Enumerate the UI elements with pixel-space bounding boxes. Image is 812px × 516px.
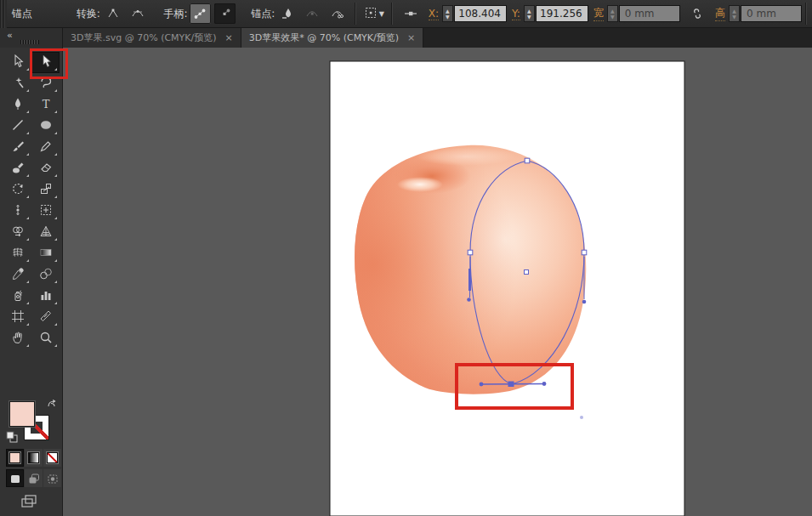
tools-panel-header[interactable]: « <box>0 28 63 48</box>
hide-handles-button[interactable] <box>214 3 236 24</box>
chevron-down-icon: ▼ <box>379 10 384 18</box>
artboard-tool[interactable] <box>3 307 31 328</box>
scale-tool[interactable] <box>31 179 60 201</box>
hand-icon <box>11 331 25 348</box>
control-bar: 锚点 转换: 手柄: 锚点: ▼ X: ▲▼ 108.404 Y: ▲▼ 191… <box>0 0 812 28</box>
y-field: Y: ▲▼ 191.256 <box>512 5 588 22</box>
width-field: 宽 ▲▼ 0 mm <box>593 5 680 22</box>
blend-icon <box>39 267 53 284</box>
free-transform-icon <box>39 203 53 220</box>
tab-label: 3D苹果效果* @ 70% (CMYK/预览) <box>249 31 399 44</box>
anchor-group-label: 锚点: <box>251 7 275 21</box>
separator <box>805 3 807 25</box>
draw-behind-button[interactable] <box>25 469 43 487</box>
selection-tool[interactable] <box>3 52 31 73</box>
symbol-sprayer-tool[interactable] <box>3 286 31 307</box>
blend-tool[interactable] <box>31 264 60 286</box>
eraser-icon <box>39 161 53 178</box>
y-label[interactable]: Y: <box>512 8 520 20</box>
draw-inside-button[interactable] <box>43 469 61 487</box>
column-graph-icon <box>39 288 53 305</box>
shape-builder-icon <box>11 224 25 241</box>
symbol-sprayer-icon <box>11 288 25 305</box>
none-button[interactable] <box>43 449 61 467</box>
screen-mode-button[interactable] <box>20 493 37 512</box>
x-stepper[interactable]: ▲▼ <box>442 5 453 22</box>
panel-grip-dots <box>20 40 39 44</box>
line-segment-tool[interactable] <box>3 116 31 137</box>
select-similar-dropdown[interactable]: ▼ <box>363 3 384 24</box>
shape-builder-tool[interactable] <box>3 222 31 243</box>
link-chain-icon[interactable] <box>687 3 708 24</box>
selection-arrow-icon <box>11 54 25 71</box>
y-input[interactable]: 191.256 <box>536 5 588 22</box>
convert-group-label: 转换: <box>77 7 100 21</box>
rotate-icon <box>11 182 25 199</box>
close-icon[interactable]: × <box>407 32 415 43</box>
magic-wand-icon <box>11 76 25 93</box>
draw-normal-button[interactable] <box>6 469 24 487</box>
zoom-icon <box>39 331 53 348</box>
convert-smooth-button[interactable] <box>127 3 148 24</box>
draw-mode-row <box>0 469 63 487</box>
pencil-icon <box>39 139 53 156</box>
x-label[interactable]: X: <box>429 8 439 20</box>
fill-swatch[interactable] <box>9 401 35 427</box>
tab-3d-apple-effect[interactable]: 3D苹果效果* @ 70% (CMYK/预览) × <box>241 28 424 48</box>
y-stepper[interactable]: ▲▼ <box>524 5 535 22</box>
gradient-icon <box>39 246 53 263</box>
height-label[interactable]: 高 <box>715 6 725 21</box>
hand-tool[interactable] <box>3 328 31 349</box>
width-tool[interactable] <box>3 201 31 222</box>
color-button[interactable] <box>6 449 24 467</box>
artboard-icon <box>11 309 25 326</box>
mesh-tool[interactable] <box>3 243 31 264</box>
width-tool-icon <box>11 203 25 220</box>
width-input: 0 mm <box>619 5 680 22</box>
svg-text:T: T <box>42 97 49 110</box>
gradient-button[interactable] <box>25 449 43 467</box>
slice-icon <box>39 309 53 326</box>
show-handles-button[interactable] <box>190 3 211 24</box>
x-input[interactable]: 108.404 <box>454 5 507 22</box>
gradient-tool[interactable] <box>31 243 60 264</box>
eraser-tool[interactable] <box>31 158 60 179</box>
rotate-tool[interactable] <box>3 179 31 201</box>
panel-grip[interactable] <box>0 0 7 28</box>
type-tool[interactable]: T <box>31 94 60 116</box>
eyedropper-tool[interactable] <box>3 264 31 286</box>
zoom-tool[interactable] <box>31 328 60 349</box>
add-anchor-button[interactable] <box>302 3 323 24</box>
pencil-tool[interactable] <box>31 137 60 158</box>
ellipse-tool[interactable] <box>31 116 60 137</box>
swap-fill-stroke-icon[interactable] <box>47 400 60 417</box>
blob-brush-tool[interactable] <box>3 158 31 179</box>
reference-point-button[interactable] <box>400 3 421 24</box>
slice-tool[interactable] <box>31 307 60 328</box>
close-icon[interactable]: × <box>225 32 233 43</box>
red-annotation-rect-tool <box>30 48 68 79</box>
width-label[interactable]: 宽 <box>593 6 604 21</box>
paintbrush-icon <box>11 139 25 156</box>
perspective-grid-tool[interactable] <box>31 222 60 243</box>
tab-3d-apple-svg[interactable]: 3D苹果.svg @ 70% (CMYK/预览) × <box>63 28 241 48</box>
perspective-grid-icon <box>39 224 53 241</box>
paintbrush-tool[interactable] <box>3 137 31 158</box>
height-input: 0 mm <box>741 5 802 22</box>
free-transform-tool[interactable] <box>31 201 60 222</box>
document-tabbar: « 3D苹果.svg @ 70% (CMYK/预览) × 3D苹果效果* @ 7… <box>0 28 812 48</box>
cut-path-button[interactable] <box>327 3 348 24</box>
pen-tool[interactable] <box>3 94 31 116</box>
default-fill-stroke-icon[interactable] <box>5 430 19 447</box>
column-graph-tool[interactable] <box>31 286 60 307</box>
collapse-panel-icon[interactable]: « <box>7 30 13 41</box>
blob-brush-icon <box>11 161 25 178</box>
magic-wand-tool[interactable] <box>3 73 31 94</box>
delete-anchor-button[interactable] <box>276 3 298 24</box>
convert-corner-button[interactable] <box>102 3 123 24</box>
canvas-area[interactable] <box>63 48 812 516</box>
handles-group-label: 手柄: <box>163 7 187 21</box>
mesh-icon <box>11 246 25 263</box>
marquee-icon <box>364 6 378 22</box>
eyedropper-icon <box>11 267 25 284</box>
